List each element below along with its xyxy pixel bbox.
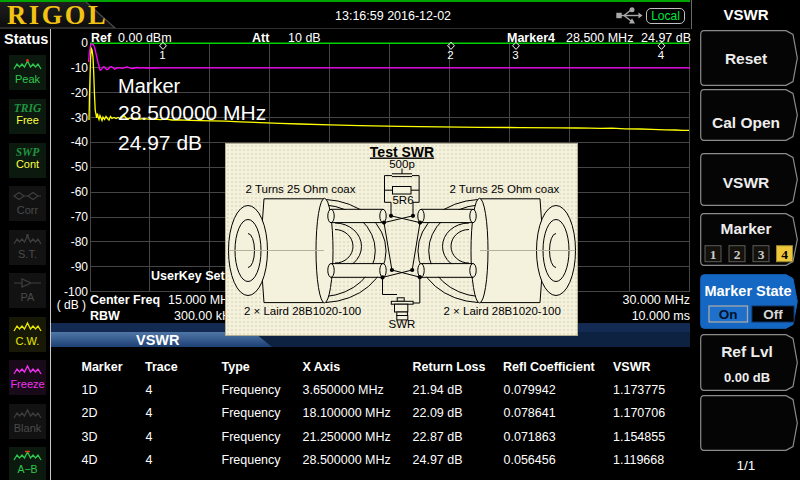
svg-text:1: 1	[159, 49, 165, 61]
svg-text:1: 1	[710, 247, 717, 262]
svg-text:2 Turns 25 Ohm coax: 2 Turns 25 Ohm coax	[245, 183, 355, 195]
svg-text:5R6: 5R6	[392, 194, 413, 206]
svg-text:500p: 500p	[389, 158, 415, 170]
svg-text:VSWR: VSWR	[723, 174, 770, 191]
svg-text:Ref Lvl: Ref Lvl	[721, 343, 773, 360]
svg-text:2 Turns 25 Ohm coax: 2 Turns 25 Ohm coax	[449, 183, 559, 195]
svg-text:0.00 dB: 0.00 dB	[724, 370, 770, 385]
svg-text:Off: Off	[763, 307, 783, 322]
svg-text:2: 2	[447, 49, 453, 61]
svg-text:Cal Open: Cal Open	[712, 114, 780, 131]
svg-text:3: 3	[758, 247, 765, 262]
svg-text:4: 4	[781, 247, 788, 262]
svg-text:4: 4	[658, 49, 665, 61]
svg-text:2: 2	[734, 247, 741, 262]
svg-text:Reset: Reset	[725, 50, 767, 67]
svg-text:2 × Laird 28B1020-100: 2 × Laird 28B1020-100	[443, 305, 560, 317]
svg-text:SWR: SWR	[388, 318, 415, 330]
svg-text:Marker: Marker	[721, 220, 772, 237]
svg-text:On: On	[719, 307, 738, 322]
svg-text:3: 3	[512, 49, 518, 61]
svg-text:2 × Laird 28B1020-100: 2 × Laird 28B1020-100	[243, 305, 360, 317]
svg-text:Marker State: Marker State	[704, 283, 791, 299]
